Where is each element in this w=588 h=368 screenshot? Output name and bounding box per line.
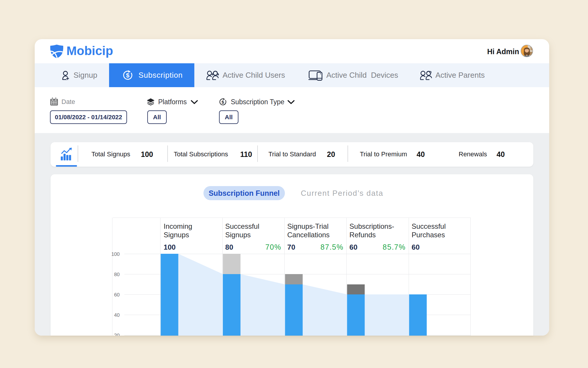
svg-text:85.7%: 85.7% [383,243,406,251]
svg-text:70%: 70% [265,243,281,251]
svg-text:70: 70 [287,243,295,251]
svg-text:Successful: Successful [412,222,446,230]
svg-text:Signups: Signups [225,231,251,239]
svg-text:$: $ [126,72,130,79]
svg-text:Subscriptions-: Subscriptions- [350,222,394,230]
svg-text:Incoming: Incoming [164,222,192,230]
svg-text:100: 100 [111,251,120,257]
svg-text:80: 80 [114,272,120,277]
svg-text:60: 60 [350,243,358,251]
svg-text:87.5%: 87.5% [320,243,343,251]
svg-text:Purchases: Purchases [412,231,445,239]
svg-text:$: $ [222,100,224,105]
svg-text:100: 100 [164,243,176,251]
svg-text:80: 80 [225,243,233,251]
svg-text:Signups: Signups [164,231,189,239]
svg-text:20: 20 [114,333,120,336]
svg-text:60: 60 [114,292,120,298]
svg-text:Successful: Successful [225,222,259,230]
svg-text:40: 40 [114,312,120,318]
svg-text:Signups-Trial: Signups-Trial [287,222,329,230]
svg-text:60: 60 [412,243,420,251]
svg-text:Refunds: Refunds [350,231,376,239]
svg-text:Cancellations: Cancellations [287,231,330,239]
